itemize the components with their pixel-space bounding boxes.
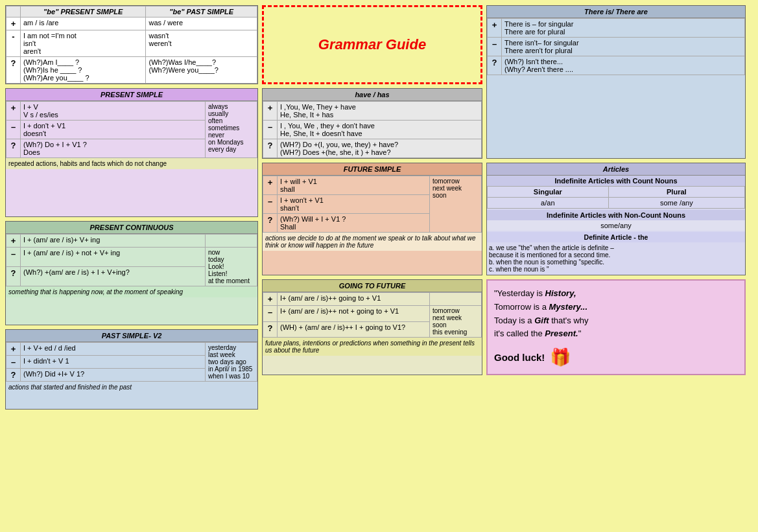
fs-formula-cell: I + won't + V1 shan't: [278, 195, 430, 214]
be-present-cell: I am not =I'm not isn't aren't: [21, 30, 146, 57]
going-to-header: GOING TO FUTURE: [263, 280, 482, 292]
table-row: + am / is /are was / were: [6, 17, 257, 30]
be-sym-header: [6, 6, 21, 17]
table-row: – There isn't– for singular There aren't…: [488, 38, 745, 56]
row-symbol: ?: [263, 139, 278, 158]
past-formula-cell: (Wh?) Did +I+ V 1?: [21, 369, 206, 382]
formula-cell: (Wh?) Do + I + V1 ? Does: [21, 139, 206, 158]
fs-formula-cell: I + will + V1 shall: [278, 176, 430, 195]
gift-icon: 🎁: [550, 347, 571, 367]
adverbs-col: tomorrow next week soon: [430, 176, 482, 233]
indef-noncount-header: Indefinite Articles with Non-Count Nouns: [487, 210, 745, 220]
past-formula-cell: I + didn't + V 1: [21, 356, 206, 369]
row-symbol: ?: [6, 139, 21, 158]
table-row: - I am not =I'm not isn't aren't wasn't …: [6, 30, 257, 57]
table-row: ? (Wh?) Isn't there... (Why? Aren't ther…: [488, 56, 745, 75]
plural-header: Plural: [608, 187, 744, 198]
be-present-header: "be" PRESENT SIMPLE: [21, 6, 146, 17]
good-luck-row: Good luck! 🎁: [494, 347, 738, 367]
grammar-guide-title: Grammar Guide: [318, 36, 426, 53]
table-row: – I+ (am/ are / is)++ not + going to + V…: [263, 306, 482, 322]
row-symbol: +: [488, 19, 502, 38]
past-simple-note: actions that started and finished in the…: [6, 382, 257, 393]
indef-count-header: Indefinite Articles with Count Nouns: [487, 176, 745, 186]
row-symbol: ?: [263, 214, 278, 233]
def-text: a. we use "the" when the article is defi…: [487, 242, 745, 275]
be-present-cell: am / is /are: [21, 17, 146, 30]
adverbs-col: tomorrow next week soon this evening: [430, 306, 482, 338]
gt-formula-cell: I+ (am/ are / is)++ going to + V1: [278, 293, 430, 306]
there-is-cell: There isn't– for singular There aren't f…: [502, 38, 745, 56]
present-simple-note: repeated actions, habits and facts which…: [6, 158, 257, 169]
present-simple-panel: PRESENT SIMPLE + I + V V s / es/ies alwa…: [5, 88, 258, 217]
row-symbol: +: [6, 235, 21, 248]
table-row: – I , You, We , they + don't have He, Sh…: [263, 121, 482, 139]
row-symbol: +: [263, 102, 278, 121]
be-present-cell: (Wh?)Am I____ ? (Wh?)Is he ____ ? (Wh?)A…: [21, 57, 146, 84]
adverbs-col: yesterday last week two days ago in Apri…: [206, 343, 257, 382]
row-symbol: ?: [488, 56, 502, 75]
a-an-cell: a/an: [488, 198, 609, 209]
row-symbol: ?: [263, 321, 278, 338]
present-cont-header: PRESENT CONTINUOUS: [6, 222, 257, 234]
be-tense-panel: "be" PRESENT SIMPLE "be" PAST SIMPLE + a…: [5, 5, 258, 84]
grammar-guide-title-box: Grammar Guide: [262, 5, 482, 84]
hh-text-cell: I , You, We , they + don't have He, She,…: [278, 121, 482, 139]
be-past-cell: wasn't weren't: [146, 30, 257, 57]
going-to-panel: GOING TO FUTURE + I+ (am/ are / is)++ go…: [262, 279, 482, 375]
good-luck-text: Good luck!: [494, 352, 545, 363]
quote-text: "Yesterday is History, Tomorrow is a Mys…: [494, 287, 738, 341]
past-simple-header: PAST SIMPLE- V2: [6, 330, 257, 342]
row-symbol: –: [263, 195, 278, 214]
present-simple-header: PRESENT SIMPLE: [6, 89, 257, 101]
articles-header: Articles: [487, 163, 745, 176]
table-row: + I + V+ ed / d /ied yesterday last week…: [6, 343, 257, 356]
present-cont-note: something that is happening now, at the …: [6, 286, 257, 297]
future-simple-note: actions we decide to do at the moment we…: [263, 233, 482, 251]
hh-text-cell: I ,You, We, They + have He, She, It + ha…: [278, 102, 482, 121]
be-past-header: "be" PAST SIMPLE: [146, 6, 257, 17]
fs-formula-cell: (Wh?) Will + I + V1 ? Shall: [278, 214, 430, 233]
there-is-panel: There is/ There are + There is – for sin…: [486, 5, 746, 159]
row-symbol: ?: [6, 267, 21, 286]
there-is-cell: (Wh?) Isn't there... (Why? Aren't there …: [502, 56, 745, 75]
pc-formula-cell: (Wh?) +(am/ are / is) + I + V+ing?: [21, 267, 206, 286]
empty-adverb: [430, 293, 482, 306]
have-has-header: have / has: [263, 89, 482, 101]
indef-noncount-value: some/any: [487, 220, 745, 231]
hh-text-cell: (WH?) Do +(I, you, we, they) + have? (WH…: [278, 139, 482, 158]
row-symbol: +: [6, 343, 21, 356]
pc-formula-cell: I + (am/ are / is)+ V+ ing: [21, 235, 206, 248]
past-simple-panel: PAST SIMPLE- V2 + I + V+ ed / d /ied yes…: [5, 329, 258, 410]
articles-panel: Articles Indefinite Articles with Count …: [486, 163, 746, 275]
quote-present-word: Present.: [545, 329, 578, 338]
row-symbol: +: [6, 102, 21, 121]
be-past-cell: was / were: [146, 17, 257, 30]
be-past-cell: (Wh?)Was I/he____? (Wh?)Were you____?: [146, 57, 257, 84]
there-is-cell: There is – for singular There are for pl…: [502, 19, 745, 38]
adverbs-col: always usually often sometimes never on …: [206, 102, 257, 158]
pc-formula-cell: I + (am/ are / is) + not + V+ ing: [21, 248, 206, 267]
quote-history: History,: [545, 288, 576, 298]
row-symbol: –: [263, 121, 278, 139]
gt-formula-cell: I+ (am/ are / is)++ not + going to + V1: [278, 306, 430, 322]
past-formula-cell: I + V+ ed / d /ied: [21, 343, 206, 356]
table-row: ? (Wh?)Am I____ ? (Wh?)Is he ____ ? (Wh?…: [6, 57, 257, 84]
quote-gift-word: Gift: [534, 316, 549, 325]
table-row: – I + (am/ are / is) + not + V+ ing now …: [6, 248, 257, 267]
future-simple-panel: FUTURE SIMPLE + I + will + V1 shall tomo…: [262, 163, 482, 275]
row-symbol: –: [263, 306, 278, 322]
row-symbol: –: [6, 248, 21, 267]
quote-mystery: Mystery...: [549, 302, 588, 312]
row-symbol: +: [263, 176, 278, 195]
quote-prefix: "Yesterday is: [494, 288, 545, 298]
have-has-panel: have / has + I ,You, We, They + have He,…: [262, 88, 482, 159]
formula-cell: I + V V s / es/ies: [21, 102, 206, 121]
going-to-note: future plans, intentions or predictions …: [263, 338, 482, 356]
table-row: + I + will + V1 shall tomorrow next week…: [263, 176, 482, 195]
quote-box: "Yesterday is History, Tomorrow is a Mys…: [486, 279, 746, 375]
quote-today: Today is a: [494, 316, 534, 325]
present-cont-panel: PRESENT CONTINUOUS + I + (am/ are / is)+…: [5, 221, 258, 325]
table-row: + There is – for singular There are for …: [488, 19, 745, 38]
quote-end: ": [578, 329, 582, 338]
